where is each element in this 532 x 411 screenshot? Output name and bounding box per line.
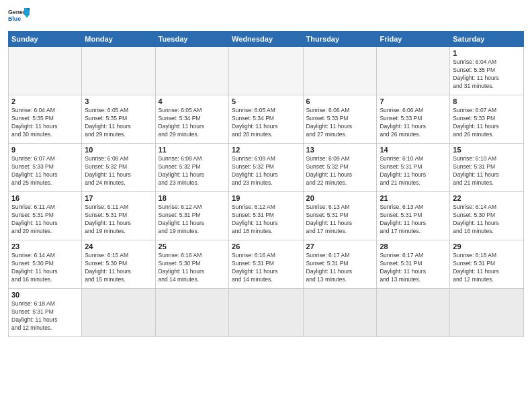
day-number: 5 xyxy=(232,97,300,105)
calendar-cell xyxy=(155,47,228,95)
calendar-cell xyxy=(229,289,303,337)
day-number: 13 xyxy=(306,146,374,154)
weekday-saturday: Saturday xyxy=(450,32,524,47)
day-number: 20 xyxy=(306,194,374,202)
calendar-cell: 13Sunrise: 6:09 AM Sunset: 5:32 PM Dayli… xyxy=(303,144,377,192)
calendar-week-6: 30Sunrise: 6:18 AM Sunset: 5:31 PM Dayli… xyxy=(9,289,524,337)
day-number: 17 xyxy=(85,194,152,202)
day-number: 1 xyxy=(453,49,521,57)
calendar-cell: 5Sunrise: 6:05 AM Sunset: 5:34 PM Daylig… xyxy=(229,95,303,144)
weekday-wednesday: Wednesday xyxy=(229,32,303,47)
calendar-cell: 2Sunrise: 6:04 AM Sunset: 5:35 PM Daylig… xyxy=(9,95,82,144)
calendar-cell: 9Sunrise: 6:07 AM Sunset: 5:33 PM Daylig… xyxy=(9,144,82,192)
day-info: Sunrise: 6:04 AM Sunset: 5:35 PM Dayligh… xyxy=(453,58,521,91)
day-info: Sunrise: 6:13 AM Sunset: 5:31 PM Dayligh… xyxy=(380,203,447,236)
day-number: 24 xyxy=(85,242,152,250)
day-info: Sunrise: 6:09 AM Sunset: 5:32 PM Dayligh… xyxy=(306,155,374,187)
header: General Blue xyxy=(8,7,524,26)
generalblue-logo-icon: General Blue xyxy=(8,7,30,26)
calendar-week-1: 1Sunrise: 6:04 AM Sunset: 5:35 PM Daylig… xyxy=(9,47,524,95)
day-info: Sunrise: 6:05 AM Sunset: 5:34 PM Dayligh… xyxy=(232,107,300,139)
calendar-cell: 17Sunrise: 6:11 AM Sunset: 5:31 PM Dayli… xyxy=(82,192,155,240)
calendar-cell xyxy=(450,289,524,337)
day-info: Sunrise: 6:18 AM Sunset: 5:31 PM Dayligh… xyxy=(453,252,521,284)
calendar-cell: 23Sunrise: 6:14 AM Sunset: 5:30 PM Dayli… xyxy=(9,240,82,289)
calendar-cell: 30Sunrise: 6:18 AM Sunset: 5:31 PM Dayli… xyxy=(9,289,82,337)
day-info: Sunrise: 6:11 AM Sunset: 5:31 PM Dayligh… xyxy=(85,203,152,236)
day-number: 22 xyxy=(453,194,521,202)
day-info: Sunrise: 6:08 AM Sunset: 5:32 PM Dayligh… xyxy=(159,155,226,187)
day-number: 9 xyxy=(11,146,79,154)
day-number: 2 xyxy=(11,97,79,105)
calendar-week-4: 16Sunrise: 6:11 AM Sunset: 5:31 PM Dayli… xyxy=(9,192,524,240)
svg-text:Blue: Blue xyxy=(8,15,21,22)
day-info: Sunrise: 6:05 AM Sunset: 5:34 PM Dayligh… xyxy=(159,107,226,139)
calendar-cell: 1Sunrise: 6:04 AM Sunset: 5:35 PM Daylig… xyxy=(450,47,524,95)
day-number: 28 xyxy=(380,242,447,250)
day-number: 19 xyxy=(232,194,300,202)
day-info: Sunrise: 6:08 AM Sunset: 5:32 PM Dayligh… xyxy=(85,155,152,187)
day-info: Sunrise: 6:06 AM Sunset: 5:33 PM Dayligh… xyxy=(306,107,374,139)
day-number: 21 xyxy=(380,194,447,202)
calendar-table: SundayMondayTuesdayWednesdayThursdayFrid… xyxy=(8,31,524,337)
day-info: Sunrise: 6:17 AM Sunset: 5:31 PM Dayligh… xyxy=(306,252,374,284)
calendar-cell: 25Sunrise: 6:16 AM Sunset: 5:30 PM Dayli… xyxy=(155,240,228,289)
day-info: Sunrise: 6:15 AM Sunset: 5:30 PM Dayligh… xyxy=(85,252,152,284)
logo: General Blue xyxy=(8,7,30,26)
calendar-cell xyxy=(377,289,450,337)
day-info: Sunrise: 6:16 AM Sunset: 5:30 PM Dayligh… xyxy=(159,252,226,284)
calendar-cell: 8Sunrise: 6:07 AM Sunset: 5:33 PM Daylig… xyxy=(450,95,524,144)
day-info: Sunrise: 6:13 AM Sunset: 5:31 PM Dayligh… xyxy=(306,203,374,236)
day-info: Sunrise: 6:11 AM Sunset: 5:31 PM Dayligh… xyxy=(11,203,79,236)
day-info: Sunrise: 6:05 AM Sunset: 5:35 PM Dayligh… xyxy=(85,107,152,139)
day-number: 7 xyxy=(380,97,447,105)
day-info: Sunrise: 6:17 AM Sunset: 5:31 PM Dayligh… xyxy=(380,252,447,284)
weekday-monday: Monday xyxy=(82,32,155,47)
day-number: 27 xyxy=(306,242,374,250)
calendar-week-3: 9Sunrise: 6:07 AM Sunset: 5:33 PM Daylig… xyxy=(9,144,524,192)
day-number: 3 xyxy=(85,97,152,105)
day-number: 30 xyxy=(11,291,79,299)
day-info: Sunrise: 6:10 AM Sunset: 5:31 PM Dayligh… xyxy=(380,155,447,187)
calendar-cell: 27Sunrise: 6:17 AM Sunset: 5:31 PM Dayli… xyxy=(303,240,377,289)
day-info: Sunrise: 6:09 AM Sunset: 5:32 PM Dayligh… xyxy=(232,155,300,187)
calendar-cell xyxy=(377,47,450,95)
day-number: 8 xyxy=(453,97,521,105)
calendar-cell: 12Sunrise: 6:09 AM Sunset: 5:32 PM Dayli… xyxy=(229,144,303,192)
calendar-cell: 28Sunrise: 6:17 AM Sunset: 5:31 PM Dayli… xyxy=(377,240,450,289)
day-info: Sunrise: 6:18 AM Sunset: 5:31 PM Dayligh… xyxy=(11,300,79,332)
day-info: Sunrise: 6:04 AM Sunset: 5:35 PM Dayligh… xyxy=(11,107,79,139)
calendar-cell xyxy=(303,47,377,95)
calendar-cell: 20Sunrise: 6:13 AM Sunset: 5:31 PM Dayli… xyxy=(303,192,377,240)
calendar-cell xyxy=(82,289,155,337)
day-info: Sunrise: 6:12 AM Sunset: 5:31 PM Dayligh… xyxy=(159,203,226,236)
day-info: Sunrise: 6:10 AM Sunset: 5:31 PM Dayligh… xyxy=(453,155,521,187)
day-number: 26 xyxy=(232,242,300,250)
calendar-cell: 18Sunrise: 6:12 AM Sunset: 5:31 PM Dayli… xyxy=(155,192,228,240)
calendar-cell: 7Sunrise: 6:06 AM Sunset: 5:33 PM Daylig… xyxy=(377,95,450,144)
day-number: 16 xyxy=(11,194,79,202)
calendar-cell: 10Sunrise: 6:08 AM Sunset: 5:32 PM Dayli… xyxy=(82,144,155,192)
calendar-cell: 24Sunrise: 6:15 AM Sunset: 5:30 PM Dayli… xyxy=(82,240,155,289)
day-number: 12 xyxy=(232,146,300,154)
calendar-cell: 6Sunrise: 6:06 AM Sunset: 5:33 PM Daylig… xyxy=(303,95,377,144)
calendar-cell xyxy=(229,47,303,95)
day-number: 18 xyxy=(159,194,226,202)
day-number: 23 xyxy=(11,242,79,250)
calendar-cell: 4Sunrise: 6:05 AM Sunset: 5:34 PM Daylig… xyxy=(155,95,228,144)
day-info: Sunrise: 6:06 AM Sunset: 5:33 PM Dayligh… xyxy=(380,107,447,139)
calendar-cell: 11Sunrise: 6:08 AM Sunset: 5:32 PM Dayli… xyxy=(155,144,228,192)
day-info: Sunrise: 6:07 AM Sunset: 5:33 PM Dayligh… xyxy=(453,107,521,139)
calendar-cell: 14Sunrise: 6:10 AM Sunset: 5:31 PM Dayli… xyxy=(377,144,450,192)
calendar-cell: 16Sunrise: 6:11 AM Sunset: 5:31 PM Dayli… xyxy=(9,192,82,240)
calendar-cell: 29Sunrise: 6:18 AM Sunset: 5:31 PM Dayli… xyxy=(450,240,524,289)
day-info: Sunrise: 6:16 AM Sunset: 5:31 PM Dayligh… xyxy=(232,252,300,284)
day-info: Sunrise: 6:14 AM Sunset: 5:30 PM Dayligh… xyxy=(11,252,79,284)
calendar-cell: 21Sunrise: 6:13 AM Sunset: 5:31 PM Dayli… xyxy=(377,192,450,240)
calendar-cell: 3Sunrise: 6:05 AM Sunset: 5:35 PM Daylig… xyxy=(82,95,155,144)
calendar-cell: 26Sunrise: 6:16 AM Sunset: 5:31 PM Dayli… xyxy=(229,240,303,289)
calendar-cell xyxy=(303,289,377,337)
day-info: Sunrise: 6:14 AM Sunset: 5:30 PM Dayligh… xyxy=(453,203,521,236)
day-number: 4 xyxy=(159,97,226,105)
calendar-cell xyxy=(9,47,82,95)
